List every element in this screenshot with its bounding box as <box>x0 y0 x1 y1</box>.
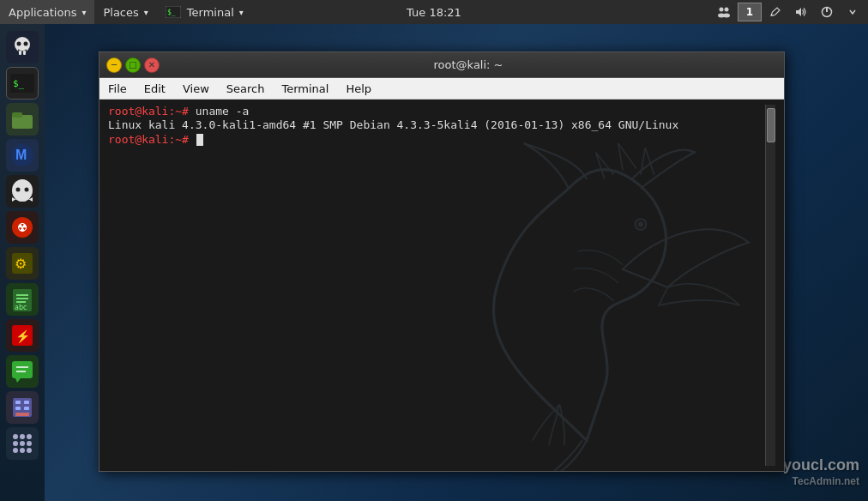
edit-icon[interactable] <box>763 0 787 24</box>
menu-help[interactable]: Help <box>337 78 380 100</box>
minimize-button[interactable]: ─ <box>106 57 122 73</box>
svg-text:abc: abc <box>15 304 27 311</box>
watermark-line2: TecAdmin.net <box>783 475 859 489</box>
dock-icon-kali[interactable] <box>6 31 39 63</box>
dock-icon-armitage[interactable]: ⚡ <box>6 319 39 352</box>
dock-icon-ghost[interactable] <box>6 175 39 208</box>
terminal-line-3: root@kali:~# <box>108 133 765 146</box>
terminal-menu-bar: File Edit View Search Terminal Help <box>99 78 784 100</box>
prompt-3: root@kali:~# <box>108 133 196 146</box>
menu-view[interactable]: View <box>174 78 218 100</box>
cursor <box>196 134 203 146</box>
terminal-text-area[interactable]: root@kali:~# uname -a Linux kali 4.3.0-k… <box>108 105 765 466</box>
top-panel: Applications ▾ Places ▾ $_ Terminal ▾ Tu… <box>0 0 868 24</box>
svg-point-12 <box>24 42 28 46</box>
volume-icon[interactable] <box>789 0 813 24</box>
menu-file[interactable]: File <box>99 78 136 100</box>
menu-edit[interactable]: Edit <box>136 78 174 100</box>
dock-icon-metasploit[interactable]: M <box>6 139 39 172</box>
svg-text:⚙: ⚙ <box>15 257 27 271</box>
maximize-button[interactable]: □ <box>125 57 141 73</box>
svg-point-48 <box>13 441 18 446</box>
svg-point-23 <box>25 188 29 192</box>
title-bar: ─ □ ✕ root@kali: ~ <box>99 52 784 78</box>
datetime-text: Tue 18:21 <box>407 6 461 19</box>
svg-point-47 <box>27 434 32 439</box>
terminal-chevron: ▾ <box>239 8 244 17</box>
sidebar-dock: $_ M <box>0 24 45 501</box>
svg-text:M: M <box>15 148 27 162</box>
places-chevron: ▾ <box>144 8 148 17</box>
terminal-line-1: root@kali:~# uname -a <box>108 105 765 118</box>
svg-text:$_: $_ <box>167 9 176 16</box>
svg-point-5 <box>723 14 730 18</box>
terminal-label: Terminal <box>187 6 234 19</box>
close-button[interactable]: ✕ <box>144 57 160 73</box>
svg-rect-14 <box>23 51 26 55</box>
panel-left: Applications ▾ Places ▾ $_ Terminal ▾ <box>0 0 712 24</box>
menu-terminal[interactable]: Terminal <box>273 78 337 100</box>
svg-point-21 <box>12 179 33 202</box>
svg-point-45 <box>13 434 18 439</box>
svg-point-50 <box>27 441 32 446</box>
window-title: root@kali: ~ <box>160 58 777 71</box>
places-menu[interactable]: Places ▾ <box>94 0 156 24</box>
panel-right: 1 <box>712 0 868 24</box>
svg-point-46 <box>20 434 25 439</box>
terminal-output-1: Linux kali 4.3.0-kali1-amd64 #1 SMP Debi… <box>108 118 765 133</box>
window-controls: ─ □ ✕ <box>106 57 160 73</box>
dock-icon-chat[interactable] <box>6 355 39 388</box>
watermark-line1: youcl.com <box>783 456 859 475</box>
applications-label: Applications <box>9 6 76 19</box>
people-icon[interactable] <box>712 0 736 24</box>
svg-point-22 <box>16 188 21 192</box>
dock-icon-apps[interactable] <box>6 427 39 460</box>
svg-text:$_: $_ <box>13 78 25 89</box>
svg-rect-40 <box>15 401 21 404</box>
svg-rect-13 <box>19 51 21 55</box>
prompt-1: root@kali:~# <box>108 105 196 118</box>
power-icon[interactable] <box>815 0 839 24</box>
svg-rect-41 <box>24 401 29 404</box>
terminal-menu[interactable]: $_ Terminal ▾ <box>157 0 252 24</box>
watermark-text: youcl.com TecAdmin.net <box>783 456 859 489</box>
svg-marker-36 <box>15 378 21 383</box>
svg-rect-35 <box>12 361 33 378</box>
panel-datetime: Tue 18:21 <box>407 6 461 19</box>
svg-point-49 <box>20 441 25 446</box>
terminal-icon: $_ <box>166 6 181 18</box>
svg-text:⚡: ⚡ <box>15 329 31 344</box>
svg-point-52 <box>20 448 25 453</box>
svg-point-3 <box>725 8 729 12</box>
dock-icon-calculator[interactable] <box>6 391 39 424</box>
terminal-content[interactable]: root@kali:~# uname -a Linux kali 4.3.0-k… <box>99 100 784 471</box>
applications-menu[interactable]: Applications ▾ <box>0 0 94 24</box>
dock-icon-burp[interactable]: ☢ <box>6 211 39 244</box>
applications-chevron: ▾ <box>81 8 86 17</box>
svg-rect-18 <box>12 112 22 118</box>
svg-point-10 <box>15 37 30 52</box>
svg-point-11 <box>17 42 21 46</box>
desktop: Applications ▾ Places ▾ $_ Terminal ▾ Tu… <box>0 0 868 501</box>
command-1: uname -a <box>196 105 250 118</box>
scrollbar-thumb[interactable] <box>767 108 775 142</box>
svg-rect-43 <box>24 407 29 410</box>
dock-icon-files[interactable] <box>6 103 39 136</box>
svg-text:☢: ☢ <box>17 221 27 234</box>
places-label: Places <box>103 6 138 19</box>
svg-rect-42 <box>15 407 21 410</box>
terminal-window: ─ □ ✕ root@kali: ~ File Edit View Search… <box>99 51 785 472</box>
workspace-indicator[interactable]: 1 <box>738 3 762 21</box>
power-chevron-icon[interactable] <box>841 0 865 24</box>
svg-point-2 <box>720 8 724 12</box>
dock-icon-terminal[interactable]: $_ <box>6 67 39 100</box>
svg-point-51 <box>13 448 18 453</box>
svg-marker-7 <box>796 8 801 16</box>
svg-point-53 <box>27 448 32 453</box>
menu-search[interactable]: Search <box>218 78 274 100</box>
dock-icon-tools[interactable]: ⚙ <box>6 247 39 280</box>
scrollbar[interactable] <box>765 105 775 466</box>
dock-icon-leafpad[interactable]: abc <box>6 283 39 316</box>
svg-rect-44 <box>15 413 29 416</box>
